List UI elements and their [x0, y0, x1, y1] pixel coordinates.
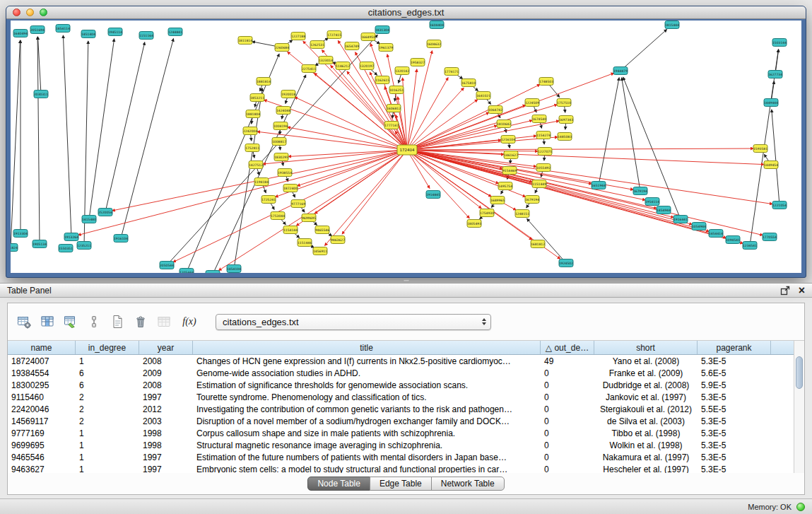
graph-node[interactable]: 1454104: [227, 265, 241, 273]
graph-node[interactable]: 2051694: [30, 26, 45, 34]
graph-node[interactable]: 1055492: [536, 164, 551, 172]
column-header-in_degree[interactable]: in_degree: [76, 341, 139, 354]
graph-node[interactable]: 1675810: [461, 79, 476, 87]
graph-node[interactable]: 1262531: [310, 41, 324, 49]
graph-node[interactable]: 1449444: [764, 99, 778, 107]
table-row[interactable]: 969969511998Structural magnetic resonanc…: [8, 439, 794, 451]
table-row[interactable]: 1872400712008Changes of HCN gene express…: [8, 355, 794, 367]
graph-node[interactable]: 1415480: [82, 216, 96, 223]
graph-node[interactable]: 2050544: [160, 262, 174, 269]
graph-node[interactable]: 9463627: [331, 236, 345, 244]
graph-node[interactable]: 1320142: [395, 67, 409, 75]
tab-network-table[interactable]: Network Table: [431, 477, 505, 491]
graph-node[interactable]: 1495754: [498, 182, 512, 190]
graph-node[interactable]: 9465546: [315, 226, 329, 234]
graph-node[interactable]: 1640494: [13, 30, 28, 37]
merge-tables-button[interactable]: [85, 313, 103, 331]
graph-node[interactable]: 1227075: [538, 148, 552, 156]
graph-node[interactable]: 1938554: [278, 169, 292, 177]
graph-node[interactable]: 1954114: [645, 198, 659, 206]
graph-node[interactable]: 1805493: [467, 220, 481, 228]
graph-node[interactable]: 1654104: [206, 271, 220, 274]
graph-node[interactable]: 1604404: [430, 21, 444, 29]
edit-table-button[interactable]: [61, 313, 80, 331]
graph-node[interactable]: 1924502: [559, 259, 573, 267]
graph-node[interactable]: 1146212: [336, 62, 350, 70]
graph-node[interactable]: 1224509: [525, 99, 539, 107]
delete-button[interactable]: [131, 313, 150, 331]
graph-node[interactable]: 1604632: [427, 40, 441, 48]
graph-node[interactable]: 1811814: [238, 37, 252, 45]
table-selector-dropdown[interactable]: citations_edges.txt: [216, 314, 491, 330]
graph-node[interactable]: 2242004: [243, 127, 257, 135]
graph-node[interactable]: 1606812: [387, 105, 401, 112]
graph-node[interactable]: 1691824: [11, 244, 18, 252]
graph-node[interactable]: 1094541: [726, 236, 740, 244]
graph-node[interactable]: 9699695: [302, 214, 316, 222]
graph-node[interactable]: 2275411: [302, 65, 316, 73]
panel-splitter[interactable]: [403, 279, 410, 282]
window-titlebar[interactable]: citations_edges.txt: [6, 6, 806, 19]
graph-node[interactable]: 2030311: [34, 90, 48, 98]
graph-node[interactable]: 2260684: [275, 44, 289, 52]
graph-node[interactable]: 1757510: [557, 99, 571, 107]
graph-node[interactable]: 1235211: [77, 242, 91, 250]
table-row[interactable]: 946362711997Embryonic stem cells: a mode…: [8, 463, 794, 473]
close-window-button[interactable]: [13, 8, 20, 16]
graph-node[interactable]: 1151164: [139, 32, 153, 40]
graph-node[interactable]: 1753044: [271, 212, 285, 220]
graph-node[interactable]: 1216104: [501, 136, 515, 144]
graph-node[interactable]: 1064742: [488, 106, 502, 114]
table-row[interactable]: 946554611997Estimation of the future num…: [8, 451, 794, 463]
graph-node[interactable]: 1054944: [692, 223, 706, 230]
graph-node[interactable]: 1689965: [490, 197, 505, 204]
graph-node[interactable]: 1550351: [59, 245, 73, 252]
graph-node[interactable]: 1754930: [480, 209, 494, 217]
graph-node[interactable]: 1424048: [276, 107, 290, 115]
graph-node[interactable]: 1323014: [319, 57, 333, 64]
graph-node[interactable]: 1944879: [613, 67, 628, 75]
function-builder-button[interactable]: f(x): [178, 313, 201, 331]
table-row[interactable]: 977716911998Corpus callosum shape and si…: [8, 427, 794, 439]
graph-node[interactable]: 1913264: [64, 233, 78, 241]
graph-node[interactable]: 1679194: [525, 196, 539, 204]
graph-node[interactable]: 1627734: [768, 71, 782, 78]
graph-node[interactable]: 1205444: [180, 269, 194, 274]
graph-node[interactable]: 1752811: [245, 144, 259, 152]
graph-node[interactable]: 1461627: [504, 151, 518, 159]
column-header-title[interactable]: title: [193, 341, 541, 354]
graph-node[interactable]: 1456911: [313, 247, 327, 255]
graph-node[interactable]: 1234541: [743, 242, 757, 250]
graph-node[interactable]: 1664950: [361, 33, 375, 41]
graph-node[interactable]: 1681812: [531, 240, 545, 248]
tab-node-table[interactable]: Node Table: [307, 477, 370, 491]
graph-node[interactable]: 1151446: [298, 239, 312, 247]
graph-node[interactable]: 172404: [397, 145, 417, 155]
graph-node[interactable]: 1320197: [360, 62, 374, 70]
column-header-pagerank[interactable]: pagerank: [698, 341, 771, 354]
graph-node[interactable]: 1830295: [274, 153, 288, 161]
graph-node[interactable]: 1853211: [250, 94, 264, 102]
scrollbar-thumb[interactable]: [796, 356, 803, 389]
graph-node[interactable]: 1485083: [558, 133, 572, 141]
graph-node[interactable]: 1016251: [389, 86, 404, 94]
close-panel-icon[interactable]: ×: [799, 286, 805, 296]
graph-node[interactable]: 1593581: [753, 145, 767, 153]
zoom-window-button[interactable]: [40, 8, 47, 16]
new-file-button[interactable]: [108, 313, 126, 331]
graph-node[interactable]: 1725241: [261, 196, 276, 204]
graph-node[interactable]: 2520056: [98, 209, 112, 216]
graph-node[interactable]: 1674540: [532, 115, 546, 123]
graph-node[interactable]: 1881814: [257, 78, 271, 86]
graph-node[interactable]: 1872400: [283, 185, 298, 192]
column-header-name[interactable]: name: [8, 341, 76, 354]
table-row[interactable]: 911546021997Tourette syndrome. Phenomeno…: [8, 391, 794, 403]
graph-node[interactable]: 1916441: [673, 216, 688, 223]
graph-node[interactable]: 1777147: [384, 122, 399, 129]
graph-node[interactable]: 1449454: [764, 161, 778, 169]
graph-node[interactable]: 1905134: [33, 240, 47, 248]
table-scrollbar[interactable]: [794, 341, 804, 473]
graph-node[interactable]: 1651944: [592, 182, 606, 189]
graph-node[interactable]: 1679194: [633, 187, 647, 195]
graph-node[interactable]: 1194184: [254, 178, 269, 186]
